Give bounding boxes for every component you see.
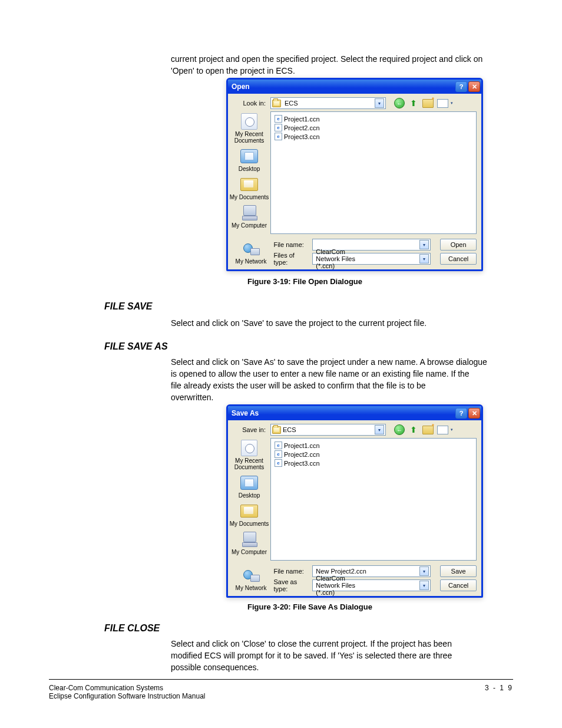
heading-save: FILE SAVE bbox=[104, 301, 153, 312]
file-item[interactable]: eProject2.ccn bbox=[275, 123, 472, 132]
new-folder-icon[interactable] bbox=[422, 426, 434, 434]
folder-text: ECS bbox=[283, 100, 330, 107]
footer-mid: Eclipse Configuration Software Instructi… bbox=[49, 692, 205, 700]
savetype-label: Save as type: bbox=[273, 578, 308, 592]
lookin-label: Look in: bbox=[233, 100, 266, 107]
saveas-line: is opened to allow the user to enter a n… bbox=[171, 368, 501, 380]
place-mynet[interactable]: My Network bbox=[236, 566, 267, 591]
folder-icon bbox=[272, 426, 281, 434]
file-item[interactable]: eProject1.ccn bbox=[275, 114, 472, 123]
heading-close: FILE CLOSE bbox=[104, 622, 160, 634]
file-icon: e bbox=[275, 133, 282, 140]
new-folder-icon[interactable] bbox=[422, 99, 434, 108]
place-desktop[interactable]: Desktop bbox=[239, 147, 260, 172]
saveas-line: file already exists the user will be ask… bbox=[171, 380, 501, 391]
place-mydocs[interactable]: My Documents bbox=[230, 176, 269, 200]
file-icon: e bbox=[275, 459, 282, 467]
place-mynet[interactable]: My Network bbox=[236, 240, 267, 265]
savein-label: Save in: bbox=[233, 426, 266, 433]
place-recent[interactable]: My Recent Documents bbox=[234, 439, 265, 470]
file-icon: e bbox=[275, 124, 282, 131]
file-item[interactable]: eProject3.ccn bbox=[275, 132, 472, 141]
file-item[interactable]: eProject1.ccn bbox=[275, 441, 472, 450]
footer-divider bbox=[49, 679, 513, 680]
file-icon: e bbox=[275, 442, 282, 449]
filetype-combo[interactable]: ClearCom Network Files (*.ccn) ▾ bbox=[312, 253, 431, 265]
footer-page: 3 - 1 9 bbox=[485, 684, 513, 700]
dialog-title: Open bbox=[232, 83, 250, 91]
view-icon[interactable] bbox=[437, 426, 448, 434]
close-line: possible consequences. bbox=[171, 661, 501, 673]
savetype-combo[interactable]: ClearCom Network Files (*.ccn) ▾ bbox=[312, 579, 431, 591]
heading-saveas: FILE SAVE AS bbox=[104, 341, 168, 353]
view-dropdown-icon[interactable]: ▾ bbox=[449, 98, 454, 108]
view-icon[interactable] bbox=[437, 99, 448, 108]
close-button[interactable]: ✕ bbox=[468, 408, 480, 419]
place-mycomp[interactable]: My Computer bbox=[232, 531, 267, 555]
footer-left: Clear-Com Communication Systems bbox=[49, 684, 205, 692]
save-body: Select and click on 'Save' to save the p… bbox=[171, 317, 501, 329]
places-bar: My Recent Documents Desktop My Documents… bbox=[228, 111, 270, 236]
help-button[interactable]: ? bbox=[455, 81, 467, 92]
close-line: modified ECS will prompt for it to be sa… bbox=[171, 650, 501, 661]
titlebar: Save As ? ✕ bbox=[228, 406, 481, 420]
save-button[interactable]: Save bbox=[440, 565, 477, 577]
intro-line: current project and open the specified p… bbox=[171, 53, 501, 65]
folder-icon bbox=[272, 100, 281, 107]
dialog-title: Save As bbox=[232, 409, 259, 417]
titlebar: Open ? ✕ bbox=[228, 80, 481, 94]
filename-label: File name: bbox=[273, 568, 308, 575]
figure-caption: Figure 3-20: File Save As Dialogue bbox=[247, 601, 372, 613]
back-icon[interactable]: ← bbox=[394, 424, 405, 435]
place-desktop[interactable]: Desktop bbox=[239, 474, 260, 499]
file-icon: e bbox=[275, 115, 282, 123]
cancel-button[interactable]: Cancel bbox=[440, 253, 477, 265]
help-button[interactable]: ? bbox=[455, 408, 467, 419]
saveas-line: overwritten. bbox=[171, 391, 501, 403]
folder-text: ECS bbox=[283, 426, 329, 433]
saveas-dialog: Save As ? ✕ Save in: ECS ▾ ← ⬆ ▾ My Rece… bbox=[226, 404, 483, 598]
cancel-button[interactable]: Cancel bbox=[440, 579, 477, 591]
folder-combo[interactable]: ECS ▾ bbox=[270, 424, 386, 436]
filetype-label: Files of type: bbox=[273, 252, 308, 266]
dropdown-icon[interactable]: ▾ bbox=[375, 98, 384, 108]
dropdown-icon[interactable]: ▾ bbox=[419, 240, 429, 249]
close-line: Select and click on 'Close' to close the… bbox=[171, 638, 501, 650]
dropdown-icon[interactable]: ▾ bbox=[375, 425, 384, 434]
places-bar: My Recent Documents Desktop My Documents… bbox=[228, 438, 270, 563]
up-icon[interactable]: ⬆ bbox=[408, 98, 419, 108]
dropdown-icon[interactable]: ▾ bbox=[419, 581, 429, 590]
figure-caption: Figure 3-19: File Open Dialogue bbox=[247, 276, 362, 288]
file-list[interactable]: eProject1.ccn eProject2.ccn eProject3.cc… bbox=[270, 111, 477, 234]
place-mycomp[interactable]: My Computer bbox=[232, 204, 267, 229]
file-icon: e bbox=[275, 450, 282, 458]
file-item[interactable]: eProject2.ccn bbox=[275, 450, 472, 459]
file-item[interactable]: eProject3.ccn bbox=[275, 459, 472, 467]
file-list[interactable]: eProject1.ccn eProject2.ccn eProject3.cc… bbox=[270, 438, 477, 561]
intro-line: 'Open' to open the project in ECS. bbox=[171, 65, 501, 77]
up-icon[interactable]: ⬆ bbox=[408, 424, 419, 435]
document-page: { "doc": { "intro_lines": ["current proj… bbox=[0, 0, 562, 728]
filename-label: File name: bbox=[273, 241, 308, 248]
dropdown-icon[interactable]: ▾ bbox=[419, 566, 429, 576]
place-mydocs[interactable]: My Documents bbox=[230, 502, 269, 527]
saveas-line: Select and click on 'Save As' to save th… bbox=[171, 356, 501, 368]
place-recent[interactable]: My Recent Documents bbox=[234, 113, 265, 144]
open-dialog: Open ? ✕ Look in: ECS ▾ ← ⬆ ▾ My Recent … bbox=[226, 78, 483, 271]
back-icon[interactable]: ← bbox=[394, 98, 405, 108]
dropdown-icon[interactable]: ▾ bbox=[419, 254, 429, 263]
folder-combo[interactable]: ECS ▾ bbox=[270, 97, 386, 109]
open-button[interactable]: Open bbox=[440, 239, 477, 251]
view-dropdown-icon[interactable]: ▾ bbox=[449, 424, 454, 435]
close-button[interactable]: ✕ bbox=[468, 81, 480, 92]
